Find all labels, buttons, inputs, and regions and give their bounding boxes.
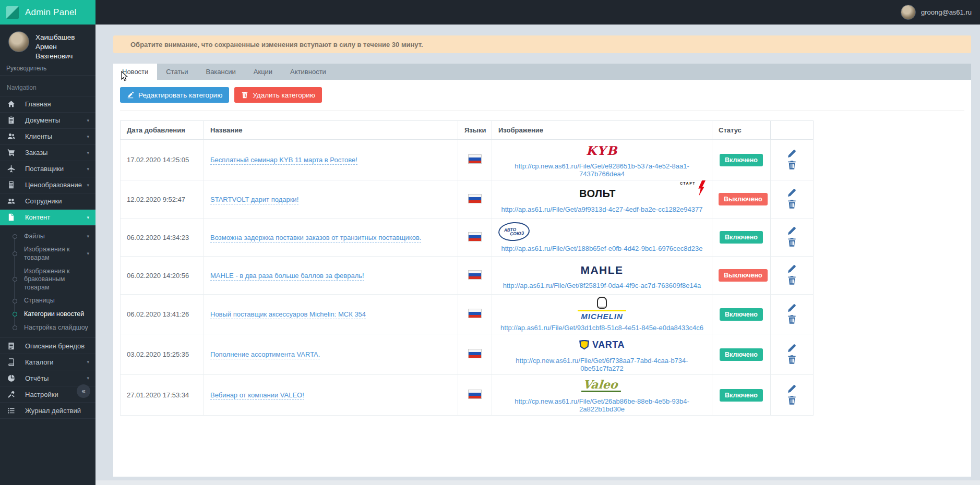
brand-logo: MAHLE [498,261,706,278]
bullet-icon [13,277,17,282]
sidebar-subitem[interactable]: Категории новостей ▾ [0,308,95,321]
delete-category-button[interactable]: Удалить категорию [234,87,322,103]
flag-ru-icon [468,270,482,280]
row-date: 03.02.2020 15:25:35 [127,350,189,358]
column-header: Дата добавления [121,121,204,140]
suppliers-icon [7,165,17,173]
news-title-link[interactable]: Вебинар от компании VALEO! [210,391,304,400]
sidebar-item[interactable]: Клиенты ▾ [0,129,95,145]
edit-category-button[interactable]: Редактировать категорию [120,87,229,103]
sidebar-item[interactable]: Журнал действий ▾ [0,403,95,419]
bullet-icon [13,234,17,239]
sidebar-item[interactable]: Сотрудники ▾ [0,193,95,210]
tab[interactable]: Статьи [157,64,197,80]
sidebar-collapse-button[interactable]: « [77,384,90,398]
delete-row-button[interactable] [787,275,797,287]
news-title-link[interactable]: Пополнение ассортимента VARTA. [210,350,320,359]
delete-row-button[interactable] [787,395,797,407]
image-url-link[interactable]: http://ap.as61.ru/File/Get/8f25819f-0da4… [503,282,701,289]
user-avatar[interactable] [8,31,29,52]
app-logo-icon [6,6,19,19]
edit-row-button[interactable] [787,226,797,237]
app-brand[interactable]: Admin Panel [0,0,95,25]
sidebar-subitem[interactable]: Настройка слайдшоу ▾ [0,321,95,335]
column-header: Языки [458,121,492,140]
tab-label: Вакансии [206,68,235,76]
sidebar-item[interactable]: Главная ▾ [0,96,95,113]
topbar-user-menu[interactable]: groong@as61.ru [901,5,972,20]
image-url-link[interactable]: http://cp.new.as61.ru/File/Get/e928651b-… [498,162,706,178]
pencil-icon [787,264,797,274]
news-title-link[interactable]: Бесплатный семинар KYB 11 марта в Ростов… [210,156,357,165]
row-date: 06.02.2020 14:34:23 [127,234,189,241]
news-title-link[interactable]: Возможна задержка поставки заказов от тр… [210,234,421,242]
tabs-bar: Новости Статьи Вакансии Акции Активности [113,64,971,80]
status-badge: Включено [720,231,763,244]
pencil-icon [787,188,797,198]
news-title-link[interactable]: STARTVOLT дарит подарки! [210,196,298,204]
status-badge: Включено [720,389,763,402]
chevron-down-icon: ▾ [87,134,89,139]
chevron-down-icon: ▾ [87,150,89,155]
tab[interactable]: Активности [281,64,335,80]
row-date: 27.01.2020 17:53:34 [127,391,189,399]
news-title-link[interactable]: MAHLE - в два раза больше баллов за февр… [210,272,364,281]
edit-row-button[interactable] [787,343,797,355]
sidebar-item[interactable]: Заказы ▾ [0,145,95,161]
sidebar-item[interactable]: Контент ▾ [0,210,95,226]
sidebar-item-label: Настройки [25,391,58,398]
image-url-link[interactable]: http://cp.new.as61.ru/File/Get/6f738aa7-… [498,357,706,372]
sidebar-subitem-label: Категории новостей [24,310,89,319]
flag-ru-icon [468,232,482,241]
chevron-down-icon: ▾ [87,118,89,123]
tab[interactable]: Акции [245,64,281,80]
edit-row-button[interactable] [787,264,797,275]
horizontal-scrollbar[interactable] [95,480,980,485]
sidebar-item-label: Поставщики [25,165,64,173]
category-actions: Редактировать категорию Удалить категори… [120,87,964,111]
table-row: 12.02.2020 9:52:47 STARTVOLT дарит подар… [121,180,814,219]
bullet-icon [13,325,17,330]
delete-row-button[interactable] [787,160,797,172]
edit-row-button[interactable] [787,384,797,395]
status-badge: Выключено [719,269,768,282]
edit-row-button[interactable] [787,188,797,199]
sidebar-item[interactable]: Поставщики ▾ [0,161,95,177]
sidebar-subitem[interactable]: Файлы ▾ [0,230,95,244]
sidebar-subitem[interactable]: Изображения к бракованным товарам ▾ [0,265,95,295]
bullet-icon [13,312,17,317]
sidebar-item-label: Документы [25,116,60,124]
sidebar-item[interactable]: Ценообразование ▾ [0,177,95,193]
delete-row-button[interactable] [787,314,797,326]
chevron-down-icon: ▾ [87,183,89,188]
bullet-icon [13,299,17,304]
flag-ru-icon [468,349,482,358]
edit-row-button[interactable] [787,149,797,160]
pencil-icon [787,226,797,236]
sidebar-item[interactable]: Документы ▾ [0,113,95,129]
news-title-link[interactable]: Новый поставщик аксессуаров Michelin: МС… [210,310,366,319]
edit-icon [127,91,134,99]
image-url-link[interactable]: http://ap.as61.ru/File/Get/93d1cbf8-51c8… [500,324,703,332]
sidebar-subitem[interactable]: Страницы ▾ [0,294,95,308]
image-url-link[interactable]: http://cp.new.as61.ru/File/Get/26ab86be-… [498,397,706,413]
news-table: Дата добавленияНазваниеЯзыкиИзображениеС… [120,120,814,416]
tab[interactable]: Новости [113,64,157,80]
sidebar-item[interactable]: Описания брендов ▾ [0,338,95,354]
sidebar-item[interactable]: Каталоги ▾ [0,354,95,370]
pencil-icon [787,303,797,313]
delete-row-button[interactable] [787,237,797,249]
delete-row-button[interactable] [787,355,797,366]
tab[interactable]: Вакансии [197,64,244,80]
column-header [771,121,814,140]
tab-label: Акции [254,68,272,76]
chevron-down-icon: ▾ [87,375,89,381]
topbar-avatar [901,5,916,20]
table-row: 03.02.2020 15:25:35 Пополнение ассортиме… [121,334,814,375]
sidebar-subitem[interactable]: Изображения к товарам ▾ [0,243,95,264]
edit-row-button[interactable] [787,303,797,314]
image-url-link[interactable]: http://ap.as61.ru/File/Get/188b65ef-e0fb… [501,245,703,252]
delete-row-button[interactable] [787,199,797,211]
image-url-link[interactable]: http://ap.as61.ru/File/Get/a9f9313d-4c27… [501,205,703,213]
brand-logo: KYB [498,142,706,159]
